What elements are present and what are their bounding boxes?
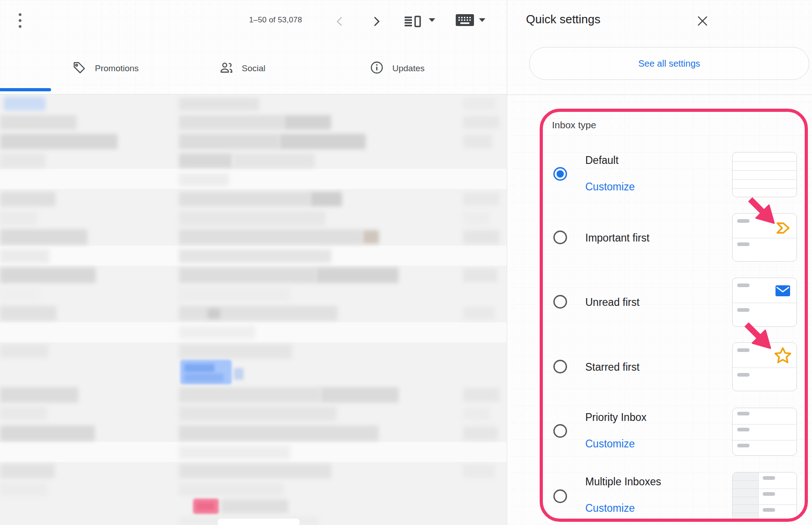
blurred-row-blob xyxy=(4,97,46,110)
newer-page-chevron-left-icon[interactable] xyxy=(332,14,348,29)
option-unread-first-label[interactable]: Unread first xyxy=(585,295,640,309)
radio-unread-first[interactable] xyxy=(553,295,567,309)
blurred-row-blob xyxy=(179,464,331,478)
blurred-row-blob xyxy=(0,288,40,301)
split-pane-dropdown-caret-icon[interactable] xyxy=(429,18,435,22)
blurred-row-blob xyxy=(310,192,342,206)
blurred-row-blob xyxy=(179,344,292,359)
blurred-row-blob xyxy=(463,407,490,420)
thumbnail-priority-inbox[interactable] xyxy=(732,408,797,456)
blurred-row-blob xyxy=(179,249,331,263)
unread-envelope-icon xyxy=(775,284,791,299)
thumbnail-starred-first[interactable] xyxy=(732,342,797,391)
radio-priority-inbox[interactable] xyxy=(553,424,567,438)
active-tab-underline xyxy=(0,88,51,91)
see-all-settings-button[interactable]: See all settings xyxy=(529,47,809,80)
keyboard-input-tools-icon[interactable] xyxy=(455,13,474,29)
customize-priority-inbox-link[interactable]: Customize xyxy=(585,437,635,451)
blurred-row-blob xyxy=(0,306,57,320)
radio-important-first[interactable] xyxy=(553,231,567,244)
blurred-row-blob xyxy=(179,326,255,339)
blurred-row-blob xyxy=(0,249,49,263)
blurred-row-blob xyxy=(463,465,495,478)
option-default-label[interactable]: Default xyxy=(585,153,619,167)
blurred-row-blob xyxy=(463,230,500,244)
blurred-row-blob xyxy=(0,387,78,403)
more-options-kebab-icon[interactable] xyxy=(14,10,26,31)
multiple-inboxes-left-column xyxy=(733,472,759,520)
blurred-row-blob xyxy=(179,425,379,441)
close-icon[interactable] xyxy=(694,13,711,29)
gmail-screen: 1–50 of 53,078 xyxy=(0,0,812,525)
blurred-row-blob xyxy=(363,230,379,244)
blurred-row-blob xyxy=(179,288,290,301)
option-priority-inbox-label[interactable]: Priority Inbox xyxy=(585,410,646,424)
blurred-row-blob xyxy=(0,464,55,478)
people-icon xyxy=(219,60,234,77)
info-icon xyxy=(370,60,384,77)
blurred-row-blob xyxy=(320,387,399,403)
option-multiple-inboxes-label[interactable]: Multiple Inboxes xyxy=(585,475,661,488)
blurred-row-blob xyxy=(0,169,507,189)
blurred-row-blob xyxy=(179,268,316,283)
blurred-row-blob xyxy=(463,98,496,110)
customize-default-link[interactable]: Customize xyxy=(585,180,635,194)
blurred-row-blob xyxy=(463,212,489,225)
split-pane-toggle-icon[interactable] xyxy=(403,14,422,31)
blurred-row-blob xyxy=(179,229,362,245)
tab-social-label: Social xyxy=(242,63,265,74)
blurred-row-blob xyxy=(179,306,338,320)
blurred-row-blob xyxy=(179,134,279,149)
blurred-row-blob xyxy=(234,368,244,380)
blurred-row-blob xyxy=(179,211,326,226)
blurred-row-blob xyxy=(221,499,288,513)
blurred-row-blob xyxy=(463,135,492,148)
blurred-row-blob xyxy=(179,173,229,186)
thumbnail-unread-first[interactable] xyxy=(732,278,797,327)
thumbnail-default[interactable] xyxy=(732,152,797,197)
tab-updates[interactable]: Updates xyxy=(370,60,425,77)
pagination-count: 1–50 of 53,078 xyxy=(227,16,324,25)
blurred-row-blob xyxy=(208,309,220,319)
star-icon xyxy=(773,346,793,367)
blurred-row-blob xyxy=(0,344,48,358)
blurred-row-blob xyxy=(463,268,498,282)
blurred-email-list[interactable] xyxy=(0,94,507,525)
blurred-row-blob xyxy=(284,115,331,130)
older-page-chevron-right-icon[interactable] xyxy=(369,14,384,29)
panel-left-border xyxy=(507,0,507,525)
blurred-row-blob xyxy=(179,387,320,403)
tag-icon xyxy=(72,60,87,77)
option-starred-first-label[interactable]: Starred first xyxy=(585,360,640,374)
tab-promotions[interactable]: Promotions xyxy=(72,60,139,77)
radio-multiple-inboxes[interactable] xyxy=(553,489,567,503)
blurred-row-blob xyxy=(279,134,366,149)
blurred-row-blob xyxy=(316,268,399,283)
blurred-row-blob xyxy=(463,388,500,402)
blurred-row-blob xyxy=(0,192,56,206)
thumbnail-multiple-inboxes[interactable] xyxy=(732,472,797,520)
radio-default[interactable] xyxy=(553,167,567,181)
blurred-row-blob xyxy=(0,134,118,149)
thumbnail-important-first[interactable] xyxy=(732,213,797,262)
blurred-row-blob xyxy=(0,115,77,130)
blurred-row-blob xyxy=(0,268,96,283)
customize-multiple-inboxes-link[interactable]: Customize xyxy=(585,501,635,515)
see-all-settings-label: See all settings xyxy=(638,58,700,69)
keyboard-dropdown-caret-icon[interactable] xyxy=(479,18,485,22)
blurred-row-blob xyxy=(0,211,37,225)
blurred-row-blob xyxy=(0,425,95,441)
blurred-row-blob xyxy=(179,153,233,168)
option-important-first-label[interactable]: Important first xyxy=(585,231,650,245)
tab-social[interactable]: Social xyxy=(219,60,265,77)
radio-starred-first[interactable] xyxy=(553,360,567,373)
blurred-row-blob xyxy=(463,426,498,440)
blurred-row-blob xyxy=(179,115,284,130)
blurred-row-blob xyxy=(233,153,315,168)
blurred-row-blob xyxy=(463,116,500,129)
inbox-type-heading: Inbox type xyxy=(552,120,596,131)
blurred-row-blob xyxy=(196,502,214,510)
blurred-row-blob xyxy=(218,519,300,525)
blurred-row-blob xyxy=(179,192,310,206)
panel-title: Quick settings xyxy=(526,12,600,26)
